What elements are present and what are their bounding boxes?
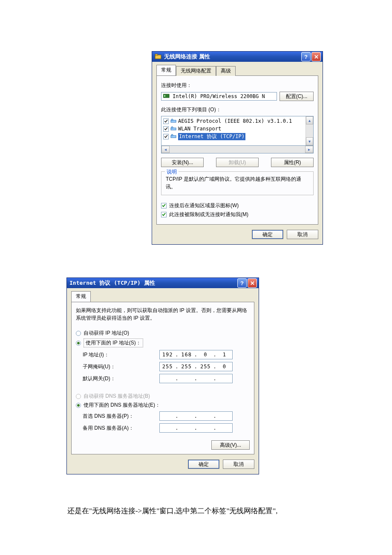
ip-address-input[interactable]: 192. 168. 0. 1: [159, 350, 233, 359]
intro-text: 如果网络支持此功能，则可以获取自动指派的 IP 设置。否则，您需要从网络系统管理…: [76, 306, 250, 322]
checkbox-icon[interactable]: [163, 126, 169, 132]
tabstrip: 常规 无线网络配置 高级: [156, 66, 318, 76]
window-icon: [155, 54, 161, 60]
tab-general[interactable]: 常规: [71, 291, 91, 302]
ip-address-label: IP 地址(I)：: [83, 351, 159, 358]
description-group: 说明 TCP/IP 是默认的广域网协议。它提供跨越多种互联网络的通讯。: [161, 171, 314, 195]
tab-advanced[interactable]: 高级: [216, 66, 236, 76]
svg-point-9: [171, 134, 173, 136]
titlebar[interactable]: Internet 协议 (TCP/IP) 属性 ? ✕: [67, 278, 259, 288]
auto-ip-label: 自动获得 IP 地址(O): [84, 330, 129, 337]
protocol-icon: [170, 126, 176, 132]
configure-button[interactable]: 配置(C)...: [280, 92, 314, 101]
svg-rect-1: [155, 54, 158, 55]
vertical-scrollbar[interactable]: ▴ ▾: [306, 116, 313, 145]
auto-dns-radio: [76, 394, 81, 399]
scroll-down-icon[interactable]: ▾: [306, 137, 313, 145]
tcpip-properties-window: Internet 协议 (TCP/IP) 属性 ? ✕ 常规 如果网络支持此功能…: [66, 278, 259, 474]
components-listbox[interactable]: AEGIS Protocol (IEEE 802.1x) v3.1.0.1 WL…: [161, 116, 314, 146]
wireless-properties-window: 无线网络连接 属性 ? ✕ 常规 无线网络配置 高级 连接时使用：: [152, 51, 323, 245]
list-item[interactable]: AEGIS Protocol (IEEE 802.1x) v3.1.0.1: [162, 117, 305, 125]
checkbox-icon[interactable]: [163, 134, 169, 139]
tab-wireless-config[interactable]: 无线网络配置: [176, 66, 216, 76]
checkbox-icon[interactable]: [163, 119, 169, 124]
manual-dns-label: 使用下面的 DNS 服务器地址(E)：: [84, 402, 160, 409]
caption-text: 还是在"无线网络连接->属性"窗口,选中第二个标签"无线网络配置",: [67, 505, 340, 517]
list-item-label: WLAN Transport: [178, 126, 221, 132]
ok-button[interactable]: 确定: [188, 460, 219, 469]
list-item[interactable]: Internet 协议 (TCP/IP): [162, 133, 305, 140]
subnet-mask-input[interactable]: 255. 255. 255. 0: [159, 362, 233, 371]
tabpage-general: 如果网络支持此功能，则可以获取自动指派的 IP 设置。否则，您需要从网络系统管理…: [71, 302, 254, 454]
items-label: 此连接使用下列项目 (O)：: [161, 106, 314, 113]
cancel-button[interactable]: 取消: [223, 460, 254, 469]
gateway-label: 默认网关(D)：: [83, 375, 159, 382]
scroll-right-icon[interactable]: ▸: [305, 146, 313, 153]
alternate-dns-label: 备用 DNS 服务器(A)：: [83, 425, 159, 432]
adapter-name: Intel(R) PRO/Wireless 2200BG N: [173, 93, 265, 99]
window-title: Internet 协议 (TCP/IP) 属性: [69, 279, 237, 287]
show-icon-checkbox[interactable]: [161, 203, 167, 208]
advanced-button[interactable]: 高级(V)...: [211, 440, 250, 450]
adapter-field: Intel(R) PRO/Wireless 2200BG N: [161, 92, 277, 101]
close-button[interactable]: ✕: [248, 278, 257, 288]
help-button[interactable]: ?: [237, 278, 247, 288]
manual-dns-radio[interactable]: [76, 403, 81, 408]
list-item-label: Internet 协议 (TCP/IP): [178, 133, 245, 140]
ok-button[interactable]: 确定: [252, 230, 283, 239]
tabstrip: 常规: [71, 292, 254, 302]
show-icon-label: 连接后在通知区域显示图标(W): [169, 202, 239, 209]
scroll-up-icon[interactable]: ▴: [306, 116, 313, 124]
svg-rect-3: [164, 95, 165, 97]
subnet-mask-label: 子网掩码(U)：: [83, 363, 159, 370]
auto-dns-label: 自动获得 DNS 服务器地址(B): [84, 393, 150, 400]
window-title: 无线网络连接 属性: [164, 53, 301, 61]
protocol-icon: [170, 133, 176, 139]
item-properties-button[interactable]: 属性(R): [271, 158, 314, 167]
cancel-button[interactable]: 取消: [287, 230, 318, 239]
connect-using-label: 连接时使用：: [161, 82, 314, 89]
description-text: TCP/IP 是默认的广域网协议。它提供跨越多种互联网络的通讯。: [166, 175, 309, 191]
gateway-input[interactable]: ...: [159, 374, 233, 383]
manual-ip-label: 使用下面的 IP 地址(S)：: [84, 338, 143, 347]
alternate-dns-input[interactable]: ...: [159, 423, 233, 433]
protocol-icon: [170, 118, 176, 124]
uninstall-button: 卸载(U): [216, 158, 259, 167]
svg-point-5: [171, 119, 173, 121]
description-legend: 说明: [165, 168, 179, 176]
svg-point-7: [171, 127, 173, 128]
client-area: 常规 如果网络支持此功能，则可以获取自动指派的 IP 设置。否则，您需要从网络系…: [67, 288, 259, 474]
list-item-label: AEGIS Protocol (IEEE 802.1x) v3.1.0.1: [178, 118, 292, 124]
preferred-dns-input[interactable]: ...: [159, 411, 233, 421]
install-button[interactable]: 安装(N)...: [161, 158, 204, 167]
notify-limited-checkbox[interactable]: [161, 212, 167, 217]
preferred-dns-label: 首选 DNS 服务器(P)：: [83, 413, 159, 420]
client-area: 常规 无线网络配置 高级 连接时使用： Intel(R) PRO/Wireles…: [152, 62, 323, 244]
list-item[interactable]: WLAN Transport: [162, 125, 305, 133]
nic-icon: [163, 93, 170, 100]
close-button[interactable]: ✕: [311, 52, 321, 61]
notify-limited-label: 此连接被限制或无连接时通知我(M): [169, 211, 248, 218]
scroll-left-icon[interactable]: ◂: [161, 146, 170, 153]
tabpage-general: 连接时使用： Intel(R) PRO/Wireless 2200BG N 配置…: [156, 76, 318, 225]
help-button[interactable]: ?: [301, 52, 311, 61]
horizontal-scrollbar[interactable]: ◂ ▸: [161, 146, 314, 153]
tab-general[interactable]: 常规: [156, 65, 176, 75]
auto-ip-radio[interactable]: [76, 331, 81, 336]
manual-ip-radio[interactable]: [76, 341, 81, 346]
document-page: 无线网络连接 属性 ? ✕ 常规 无线网络配置 高级 连接时使用：: [0, 0, 392, 555]
titlebar[interactable]: 无线网络连接 属性 ? ✕: [152, 52, 323, 62]
